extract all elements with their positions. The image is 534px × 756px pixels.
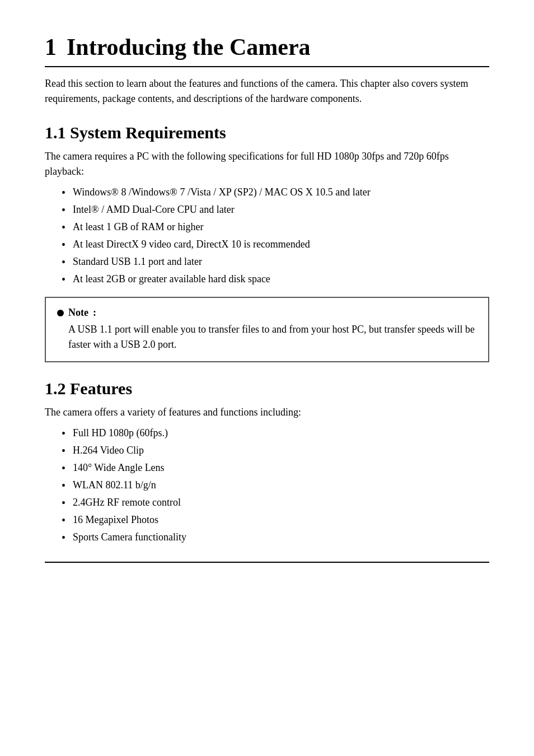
chapter-number: 1 [45, 34, 57, 60]
note-content: A USB 1.1 port will enable you to transf… [57, 322, 477, 352]
list-item: At least 2GB or greater available hard d… [62, 272, 489, 287]
list-item: 2.4GHz RF remote control [62, 495, 489, 510]
features-list: Full HD 1080p (60fps.) H.264 Video Clip … [45, 426, 489, 545]
list-item: Intel® / AMD Dual-Core CPU and later [62, 202, 489, 217]
bottom-divider [45, 562, 489, 563]
chapter-intro: Read this section to learn about the fea… [45, 76, 489, 106]
list-item: 140° Wide Angle Lens [62, 460, 489, 475]
note-bullet-icon [57, 310, 64, 316]
list-item: 16 Megapixel Photos [62, 512, 489, 528]
section-1-1-intro: The camera requires a PC with the follow… [45, 149, 489, 179]
list-item: At least DirectX 9 video card, DirectX 1… [62, 237, 489, 252]
section-1-1-title: 1.1 System Requirements [45, 123, 489, 142]
section-1-2-title: 1.2 Features [45, 379, 489, 398]
list-item: Full HD 1080p (60fps.) [62, 426, 489, 441]
list-item: Sports Camera functionality [62, 530, 489, 545]
note-box: Note : A USB 1.1 port will enable you to… [45, 297, 489, 362]
list-item: At least 1 GB of RAM or higher [62, 220, 489, 235]
note-title: Note : [57, 307, 477, 319]
list-item: Standard USB 1.1 port and later [62, 254, 489, 269]
list-item: Windows® 8 /Windows® 7 /Vista / XP (SP2)… [62, 185, 489, 200]
chapter-title-text: Introducing the Camera [67, 34, 311, 60]
list-item: WLAN 802.11 b/g/n [62, 478, 489, 493]
section-1-2-intro: The camera offers a variety of features … [45, 405, 489, 420]
chapter-title: 1 Introducing the Camera [45, 34, 489, 67]
list-item: H.264 Video Clip [62, 443, 489, 458]
requirements-list: Windows® 8 /Windows® 7 /Vista / XP (SP2)… [45, 185, 489, 287]
